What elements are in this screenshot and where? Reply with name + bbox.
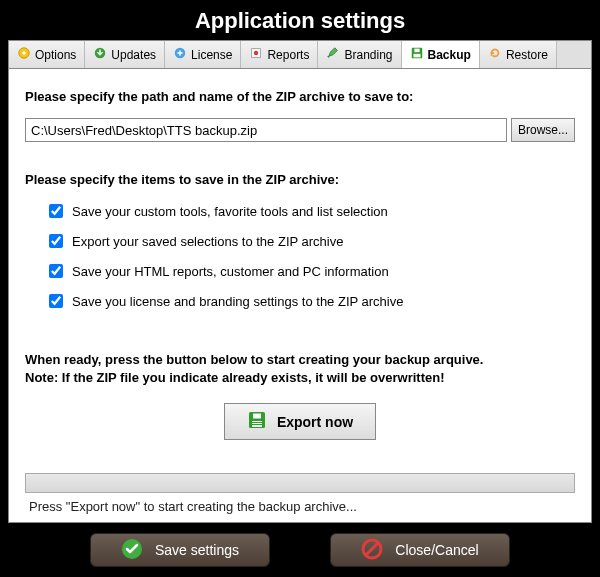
- license-icon: [173, 46, 187, 63]
- tab-label: Reports: [267, 48, 309, 62]
- check-license-branding[interactable]: Save you license and branding settings t…: [45, 291, 575, 311]
- check-saved-selections[interactable]: Export your saved selections to the ZIP …: [45, 231, 575, 251]
- svg-line-16: [366, 543, 378, 555]
- close-cancel-button[interactable]: Close/Cancel: [330, 533, 510, 567]
- status-text: Press "Export now" to start creating the…: [25, 499, 575, 514]
- svg-rect-7: [414, 49, 419, 53]
- tab-label: License: [191, 48, 232, 62]
- tab-restore[interactable]: Restore: [480, 41, 557, 68]
- ready-line-2: Note: If the ZIP file you indicate alrea…: [25, 369, 575, 387]
- tab-label: Backup: [428, 48, 471, 62]
- checkbox[interactable]: [49, 294, 63, 308]
- ready-line-1: When ready, press the button below to st…: [25, 351, 575, 369]
- tab-updates[interactable]: Updates: [85, 41, 165, 68]
- tab-label: Restore: [506, 48, 548, 62]
- restore-icon: [488, 46, 502, 63]
- checkbox[interactable]: [49, 234, 63, 248]
- svg-rect-12: [252, 422, 262, 423]
- tab-branding[interactable]: Branding: [318, 41, 401, 68]
- svg-point-5: [254, 51, 258, 55]
- tab-label: Updates: [111, 48, 156, 62]
- progress-bar: [25, 473, 575, 493]
- checkbox[interactable]: [49, 264, 63, 278]
- path-label: Please specify the path and name of the …: [25, 89, 575, 104]
- tab-label: Branding: [344, 48, 392, 62]
- check-label: Save your HTML reports, customer and PC …: [72, 264, 389, 279]
- save-settings-button[interactable]: Save settings: [90, 533, 270, 567]
- save-icon: [410, 46, 424, 63]
- footer: Save settings Close/Cancel: [0, 523, 600, 577]
- reports-icon: [249, 46, 263, 63]
- browse-button[interactable]: Browse...: [511, 118, 575, 142]
- check-label: Save you license and branding settings t…: [72, 294, 403, 309]
- save-icon: [247, 410, 267, 433]
- svg-rect-13: [252, 424, 262, 425]
- backup-panel: Please specify the path and name of the …: [8, 69, 592, 523]
- page-title: Application settings: [0, 0, 600, 40]
- check-circle-icon: [121, 538, 143, 563]
- check-label: Export your saved selections to the ZIP …: [72, 234, 343, 249]
- check-custom-tools[interactable]: Save your custom tools, favorite tools a…: [45, 201, 575, 221]
- checkbox[interactable]: [49, 204, 63, 218]
- svg-rect-8: [413, 54, 420, 58]
- svg-point-1: [22, 51, 26, 55]
- download-icon: [93, 46, 107, 63]
- tab-label: Options: [35, 48, 76, 62]
- path-input[interactable]: [25, 118, 507, 142]
- items-label: Please specify the items to save in the …: [25, 172, 575, 187]
- tab-bar: Options Updates License Reports Branding: [8, 40, 592, 69]
- gear-icon: [17, 46, 31, 63]
- tab-reports[interactable]: Reports: [241, 41, 318, 68]
- export-now-button[interactable]: Export now: [224, 403, 376, 440]
- svg-rect-10: [253, 414, 261, 419]
- tab-backup[interactable]: Backup: [402, 41, 480, 68]
- save-label: Save settings: [155, 542, 239, 558]
- check-label: Save your custom tools, favorite tools a…: [72, 204, 388, 219]
- tab-license[interactable]: License: [165, 41, 241, 68]
- cancel-label: Close/Cancel: [395, 542, 478, 558]
- tab-options[interactable]: Options: [9, 41, 85, 68]
- check-html-reports[interactable]: Save your HTML reports, customer and PC …: [45, 261, 575, 281]
- export-label: Export now: [277, 414, 353, 430]
- pencil-icon: [326, 46, 340, 63]
- forbid-icon: [361, 538, 383, 563]
- ready-text: When ready, press the button below to st…: [25, 351, 575, 387]
